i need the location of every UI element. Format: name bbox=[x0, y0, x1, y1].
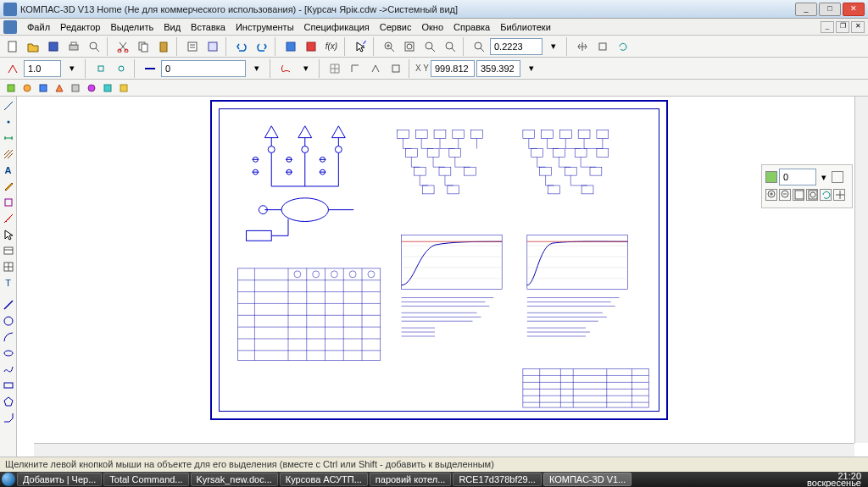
compact-btn-8[interactable] bbox=[116, 80, 131, 96]
compact-btn-4[interactable] bbox=[52, 80, 67, 96]
drawing-canvas[interactable]: ▾ bbox=[17, 97, 868, 457]
taskbar-item[interactable]: Kyrsak_new.doc... bbox=[191, 473, 278, 486]
taskbar-item[interactable]: Добавить | Чер... bbox=[17, 473, 102, 486]
refresh-button[interactable] bbox=[614, 37, 632, 56]
start-button[interactable] bbox=[2, 473, 15, 486]
mdi-minimize-button[interactable]: _ bbox=[821, 21, 834, 33]
rect-tool[interactable] bbox=[1, 378, 16, 393]
style-input[interactable] bbox=[161, 60, 246, 77]
dimension-tool[interactable] bbox=[1, 130, 16, 146]
zoom-out-icon[interactable] bbox=[779, 189, 791, 201]
mdi-close-button[interactable]: ✕ bbox=[851, 21, 865, 33]
mdi-restore-button[interactable]: ❐ bbox=[836, 21, 849, 33]
zoom-dropdown[interactable]: ▾ bbox=[544, 37, 563, 56]
chamfer-tool[interactable] bbox=[1, 410, 16, 425]
select-tool[interactable] bbox=[1, 227, 16, 242]
menu-edit[interactable]: Редактор bbox=[55, 20, 105, 34]
line-tool[interactable] bbox=[1, 297, 16, 313]
label-tool[interactable]: T bbox=[1, 275, 16, 291]
preview-button[interactable] bbox=[85, 37, 103, 56]
layer-visible-icon[interactable] bbox=[832, 171, 843, 183]
zoom-prev-button[interactable] bbox=[441, 37, 459, 56]
coord-dropdown[interactable]: ▾ bbox=[522, 59, 541, 78]
step-type-button[interactable] bbox=[3, 59, 22, 78]
point-tool[interactable] bbox=[1, 114, 16, 130]
polygon-tool[interactable] bbox=[1, 394, 16, 409]
geometry-tool[interactable] bbox=[1, 98, 16, 113]
compact-btn-3[interactable] bbox=[36, 80, 51, 96]
save-button[interactable] bbox=[44, 37, 63, 56]
redraw-icon[interactable] bbox=[820, 189, 832, 201]
vertical-scrollbar[interactable] bbox=[854, 97, 868, 443]
text-tool[interactable]: A bbox=[1, 163, 16, 178]
variables-button[interactable] bbox=[203, 37, 222, 56]
system-clock[interactable]: 21:20 воскресенье bbox=[802, 473, 866, 486]
layer-color-swatch[interactable] bbox=[765, 171, 777, 183]
step-input[interactable] bbox=[24, 60, 61, 77]
horizontal-scrollbar[interactable] bbox=[34, 443, 854, 457]
taskbar-item-active[interactable]: КОМПАС-3D V1... bbox=[543, 473, 632, 486]
snap-toggle-button[interactable] bbox=[276, 59, 295, 78]
layer-input[interactable] bbox=[779, 169, 816, 185]
undo-button[interactable] bbox=[232, 37, 251, 56]
param-tool[interactable] bbox=[1, 195, 16, 210]
pan-icon[interactable] bbox=[833, 189, 845, 201]
menu-view[interactable]: Вид bbox=[159, 20, 186, 34]
redo-button[interactable] bbox=[253, 37, 271, 56]
ellipse-tool[interactable] bbox=[1, 346, 16, 361]
maximize-button[interactable]: □ bbox=[819, 3, 841, 16]
zoom-sel-icon[interactable] bbox=[793, 189, 804, 201]
new-button[interactable] bbox=[3, 37, 22, 56]
coord-x-input[interactable] bbox=[431, 60, 475, 77]
view-control-panel[interactable]: ▾ bbox=[761, 164, 853, 208]
compact-btn-6[interactable] bbox=[84, 80, 99, 96]
properties-button[interactable] bbox=[183, 37, 202, 56]
spline-tool[interactable] bbox=[1, 362, 16, 377]
open-button[interactable] bbox=[24, 37, 42, 56]
fx-button[interactable]: f(x) bbox=[322, 37, 341, 56]
grid-button[interactable] bbox=[326, 59, 344, 78]
snap-dropdown[interactable]: ▾ bbox=[297, 59, 315, 78]
coord-y-input[interactable] bbox=[476, 60, 520, 77]
library-button[interactable] bbox=[302, 37, 320, 56]
help-cursor-button[interactable]: ? bbox=[351, 37, 370, 56]
menu-libraries[interactable]: Библиотеки bbox=[495, 20, 556, 34]
hatch-tool[interactable] bbox=[1, 147, 16, 162]
circle-tool[interactable] bbox=[1, 313, 16, 329]
table-tool[interactable] bbox=[1, 259, 16, 274]
close-button[interactable]: ✕ bbox=[843, 3, 865, 16]
menu-tools[interactable]: Инструменты bbox=[231, 20, 299, 34]
zoom-all-icon[interactable] bbox=[806, 189, 818, 201]
menu-spec[interactable]: Спецификация bbox=[299, 20, 375, 34]
snap-mode2-button[interactable] bbox=[112, 59, 131, 78]
zoom-scale-button[interactable] bbox=[470, 37, 488, 56]
arc-tool[interactable] bbox=[1, 329, 16, 345]
cut-button[interactable] bbox=[114, 37, 132, 56]
zoom-input[interactable] bbox=[490, 38, 542, 55]
style-dropdown[interactable]: ▾ bbox=[248, 59, 266, 78]
edit-tool[interactable] bbox=[1, 179, 16, 194]
zoom-fit-button[interactable] bbox=[400, 37, 419, 56]
manager-button[interactable] bbox=[281, 37, 300, 56]
pan-button[interactable] bbox=[573, 37, 592, 56]
step-dropdown[interactable]: ▾ bbox=[63, 59, 81, 78]
compact-btn-2[interactable] bbox=[19, 80, 35, 96]
taskbar-item[interactable]: Total Command... bbox=[103, 473, 188, 486]
zoom-in-icon[interactable] bbox=[765, 189, 777, 201]
compact-btn-5[interactable] bbox=[68, 80, 83, 96]
layer-dropdown[interactable]: ▾ bbox=[818, 169, 830, 185]
spec-tool[interactable] bbox=[1, 243, 16, 258]
taskbar-item[interactable]: паровий котел... bbox=[370, 473, 452, 486]
menu-help[interactable]: Справка bbox=[448, 20, 495, 34]
zoom-window-button[interactable] bbox=[420, 37, 439, 56]
paste-button[interactable] bbox=[154, 37, 173, 56]
menu-insert[interactable]: Вставка bbox=[186, 20, 231, 34]
minimize-button[interactable]: _ bbox=[795, 3, 817, 16]
compact-btn-7[interactable] bbox=[100, 80, 115, 96]
line-style-icon[interactable] bbox=[141, 59, 159, 78]
menu-select[interactable]: Выделить bbox=[105, 20, 159, 34]
print-button[interactable] bbox=[64, 37, 83, 56]
taskbar-item[interactable]: RCE17d378bf29... bbox=[453, 473, 542, 486]
zoom-in-button[interactable] bbox=[380, 37, 398, 56]
copy-button[interactable] bbox=[134, 37, 153, 56]
